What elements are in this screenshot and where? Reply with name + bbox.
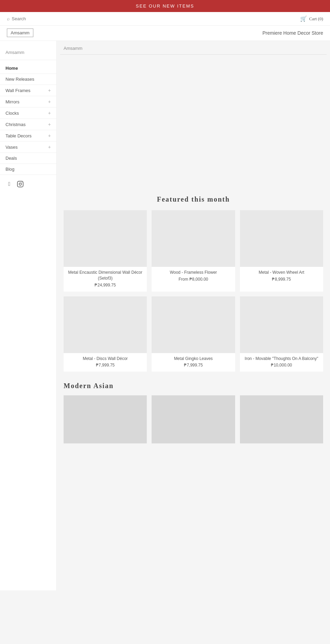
modern-asian-grid [60, 395, 327, 443]
logo-row: Amsamm Premiere Home Decor Store [0, 26, 330, 41]
product-image [64, 296, 147, 353]
product-image [152, 210, 235, 267]
product-name: Metal Gingko Leaves [153, 356, 233, 362]
svg-rect-0 [18, 181, 23, 187]
product-price: ₱7,999.75 [153, 363, 233, 368]
logo[interactable]: Amsamm [7, 29, 33, 37]
product-info: Wood - Frameless Flower From ₱8,000.00 [152, 267, 235, 286]
sidebar-item-mirrors[interactable]: Mirrors + [0, 96, 56, 108]
product-image [152, 296, 235, 353]
sidebar-item-label: Christmas [6, 122, 26, 127]
sidebar-item-blog[interactable]: Blog [0, 164, 56, 175]
product-image [240, 296, 323, 353]
top-banner: SEE OUR NEW ITEMS [0, 0, 330, 12]
product-price: ₱10,000.00 [241, 363, 322, 368]
product-price: ₱24,999.75 [65, 283, 145, 287]
product-card[interactable] [152, 395, 235, 443]
sidebar-item-label: Vases [6, 145, 18, 150]
product-name: Wood - Frameless Flower [153, 270, 233, 275]
sidebar-item-new-releases[interactable]: New Releases [0, 74, 56, 85]
sidebar-item-label: Table Decors [6, 133, 32, 138]
sidebar-item-deals[interactable]: Deals [0, 153, 56, 164]
instagram-icon[interactable] [16, 180, 24, 188]
search-icon: ⌕ [7, 16, 10, 22]
sidebar-item-label: Blog [6, 167, 14, 172]
product-name: Metal - Woven Wheel Art [241, 270, 322, 275]
product-image [64, 395, 147, 443]
cart-area[interactable]: 🛒 Cart (0) [300, 15, 323, 22]
product-info: Metal - Woven Wheel Art ₱8,999.75 [240, 267, 323, 286]
banner-text: SEE OUR NEW ITEMS [136, 3, 194, 9]
expand-icon: + [48, 122, 51, 127]
modern-asian-title: Modern Asian [64, 382, 323, 390]
sidebar-item-label: New Releases [6, 77, 34, 82]
expand-icon: + [48, 88, 51, 93]
sidebar-item-label: Deals [6, 156, 17, 161]
cart-label: Cart (0) [309, 16, 323, 22]
sidebar-item-vases[interactable]: Vases + [0, 142, 56, 153]
main-layout: Amsamm Home New Releases Wall Frames + M… [0, 41, 330, 590]
sidebar-item-label: Clocks [6, 111, 19, 116]
expand-icon: + [48, 144, 51, 150]
sidebar-item-christmas[interactable]: Christmas + [0, 119, 56, 130]
product-info: Metal - Discs Wall Décor ₱7,999.75 [64, 353, 147, 372]
product-card[interactable]: Metal - Discs Wall Décor ₱7,999.75 [64, 296, 147, 372]
product-image [240, 395, 323, 443]
product-name: Metal Encaustic Dimensional Wall Décor (… [65, 270, 145, 281]
product-card[interactable]: Metal Gingko Leaves ₱7,999.75 [152, 296, 235, 372]
product-card[interactable]: Metal - Woven Wheel Art ₱8,999.75 [240, 210, 323, 292]
featured-products-grid: Metal Encaustic Dimensional Wall Décor (… [60, 210, 327, 372]
product-info: Iron - Movable "Thoughts On A Balcony" ₱… [240, 353, 323, 372]
facebook-icon[interactable]:  [6, 180, 13, 188]
search-container: ⌕ [7, 16, 60, 22]
svg-point-2 [22, 182, 22, 183]
product-image [152, 395, 235, 443]
product-card[interactable] [240, 395, 323, 443]
product-card[interactable] [64, 395, 147, 443]
sidebar-item-wall-frames[interactable]: Wall Frames + [0, 85, 56, 96]
store-name: Premiere Home Decor Store [262, 30, 323, 36]
product-name: Metal - Discs Wall Décor [65, 356, 145, 362]
expand-icon: + [48, 133, 51, 138]
sidebar-breadcrumb: Amsamm [0, 48, 56, 60]
sidebar-item-table-decors[interactable]: Table Decors + [0, 130, 56, 142]
sidebar-item-home[interactable]: Home [0, 63, 56, 74]
social-icons:  [0, 175, 56, 193]
header: ⌕ 🛒 Cart (0) [0, 12, 330, 26]
sidebar: Amsamm Home New Releases Wall Frames + M… [0, 41, 57, 590]
sidebar-item-label: Home [6, 66, 18, 71]
product-image [64, 210, 147, 267]
sidebar-item-label: Mirrors [6, 99, 19, 104]
product-price: ₱7,999.75 [65, 363, 145, 368]
product-info: Metal Encaustic Dimensional Wall Décor (… [64, 267, 147, 292]
featured-title: Featured this month [60, 195, 327, 203]
expand-icon: + [48, 99, 51, 104]
product-info: Metal Gingko Leaves ₱7,999.75 [152, 353, 235, 372]
sidebar-item-label: Wall Frames [6, 88, 30, 93]
content-breadcrumb: Amsamm [60, 41, 327, 55]
product-name: Iron - Movable "Thoughts On A Balcony" [241, 356, 322, 362]
product-price: ₱8,999.75 [241, 277, 322, 282]
expand-icon: + [48, 110, 51, 116]
cart-icon: 🛒 [300, 15, 307, 22]
sidebar-item-clocks[interactable]: Clocks + [0, 108, 56, 119]
product-card[interactable]: Metal Encaustic Dimensional Wall Décor (… [64, 210, 147, 292]
main-content: Amsamm Featured this month Metal Encaust… [57, 41, 330, 590]
product-card[interactable]: Iron - Movable "Thoughts On A Balcony" ₱… [240, 296, 323, 372]
empty-space [60, 58, 327, 182]
search-input[interactable] [12, 16, 60, 21]
product-price: From ₱8,000.00 [153, 277, 233, 282]
product-card[interactable]: Wood - Frameless Flower From ₱8,000.00 [152, 210, 235, 292]
svg-point-1 [19, 183, 22, 185]
product-image [240, 210, 323, 267]
logo-text: Amsamm [11, 30, 30, 35]
